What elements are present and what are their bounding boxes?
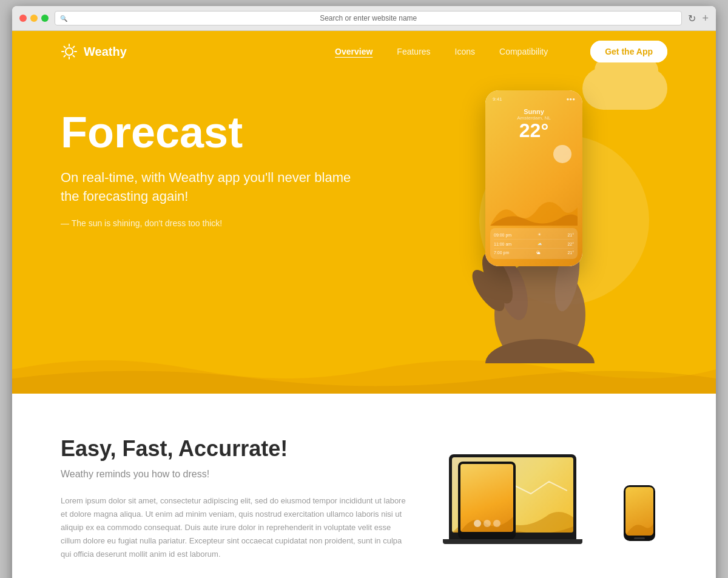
nav-cta-item[interactable]: Get the App [572, 46, 667, 57]
small-phone-body [624, 485, 655, 541]
phone-device: 9:41 ●●● Sunny Amsterdam, NL 22° [485, 90, 582, 266]
page-content: Weathy Overview Features Icons Compatibi… [12, 31, 716, 578]
svg-line-6 [73, 55, 74, 56]
hero-phone-mockup: 9:41 ●●● Sunny Amsterdam, NL 22° [449, 78, 679, 345]
features-title: Easy, Fast, Accurrate! [61, 436, 413, 462]
nav-link-features[interactable]: Features [397, 47, 430, 56]
svg-point-0 [66, 48, 73, 55]
phone-weather-main: Sunny Amsterdam, NL 22° [490, 103, 578, 144]
features-section: Easy, Fast, Accurrate! Weathy reminds yo… [12, 394, 716, 578]
features-body: Lorem ipsum dolor sit amet, consectetur … [61, 494, 413, 561]
forecast-time-1: 09:00 pm [494, 233, 511, 237]
tablet-icons-row [474, 520, 500, 527]
nav-link-icons[interactable]: Icons [455, 47, 475, 56]
phone-weather-condition: Sunny [490, 108, 578, 115]
reload-button[interactable]: ↻ [688, 13, 696, 24]
small-phone-home-indicator [634, 537, 645, 539]
forecast-icon-3: 🌥 [536, 250, 541, 255]
get-app-button[interactable]: Get the App [590, 41, 667, 62]
forecast-time-2: 11:00 am [494, 242, 511, 246]
address-bar-text: Search or enter website name [320, 14, 417, 22]
svg-line-7 [73, 47, 74, 48]
small-phone-screen [625, 487, 653, 536]
logo: Weathy [61, 43, 127, 60]
small-phone-hills-svg [625, 511, 653, 536]
tablet-icon-3 [493, 520, 500, 527]
navigation: Weathy Overview Features Icons Compatibi… [12, 31, 716, 72]
hero-quote: — The sun is shining, don't dress too th… [61, 218, 449, 228]
hero-text: Forecast On real-time, with Weathy app y… [61, 90, 449, 228]
tablet-screen [460, 464, 513, 532]
tablet-icon-1 [474, 520, 481, 527]
svg-line-5 [64, 47, 66, 48]
svg-line-8 [64, 55, 66, 56]
browser-window: Search or enter website name ↻ + [12, 6, 716, 578]
tablet-body [458, 462, 516, 539]
phone-hills-svg [490, 195, 578, 226]
tablet-icon-2 [484, 520, 491, 527]
nav-item-compatibility[interactable]: Compatibility [499, 46, 548, 57]
features-text: Easy, Fast, Accurrate! Weathy reminds yo… [61, 436, 413, 561]
phone-signal: ●●● [567, 96, 576, 102]
address-bar[interactable]: Search or enter website name [55, 11, 682, 25]
phone-forecast-row-1: 09:00 pm ☀ 21° [494, 230, 574, 240]
features-devices: 26° [449, 444, 667, 553]
forecast-temp-1: 21° [567, 233, 574, 237]
phone-screen: 9:41 ●●● Sunny Amsterdam, NL 22° [485, 90, 582, 266]
traffic-lights [19, 15, 49, 22]
tablet-hills-svg [460, 502, 513, 532]
phone-status-bar: 9:41 ●●● [490, 95, 578, 103]
sun-icon [61, 43, 78, 60]
hero-subtitle: On real-time, with Weathy app you'll nev… [61, 169, 352, 206]
nav-links: Overview Features Icons Compatibility Ge… [335, 46, 667, 57]
forecast-icon-1: ☀ [538, 232, 541, 237]
close-button[interactable] [19, 15, 27, 22]
laptop-base [443, 539, 582, 544]
nav-item-overview[interactable]: Overview [335, 46, 372, 57]
phone-temperature: 22° [490, 121, 578, 140]
phone-forecast-row-3: 7:00 pm 🌥 21° [494, 249, 574, 257]
phone-time: 9:41 [493, 96, 502, 102]
new-tab-button[interactable]: + [702, 12, 709, 25]
maximize-button[interactable] [41, 15, 49, 22]
hero-title: Forecast [61, 109, 449, 156]
tablet-mockup [458, 462, 516, 539]
phone-scene [490, 144, 578, 226]
nav-item-icons[interactable]: Icons [455, 46, 475, 57]
nav-link-overview[interactable]: Overview [335, 47, 372, 56]
features-subtitle: Weathy reminds you how to dress! [61, 469, 413, 480]
phone-forecast-row-2: 11:00 am ⛅ 22° [494, 240, 574, 249]
hero-section: Weathy Overview Features Icons Compatibi… [12, 31, 716, 394]
forecast-temp-2: 22° [567, 242, 574, 246]
small-phone-mockup [624, 485, 655, 541]
phone-sun-decoration [553, 145, 571, 163]
forecast-time-3: 7:00 pm [494, 250, 509, 255]
browser-chrome: Search or enter website name ↻ + [12, 6, 716, 31]
forecast-temp-3: 21° [567, 250, 574, 255]
logo-text: Weathy [84, 45, 127, 59]
minimize-button[interactable] [30, 15, 38, 22]
nav-link-compatibility[interactable]: Compatibility [499, 47, 548, 56]
forecast-icon-2: ⛅ [537, 241, 542, 246]
hero-content: Forecast On real-time, with Weathy app y… [12, 72, 716, 394]
nav-item-features[interactable]: Features [397, 46, 430, 57]
phone-forecast: 09:00 pm ☀ 21° 11:00 am ⛅ 22° [490, 228, 578, 259]
